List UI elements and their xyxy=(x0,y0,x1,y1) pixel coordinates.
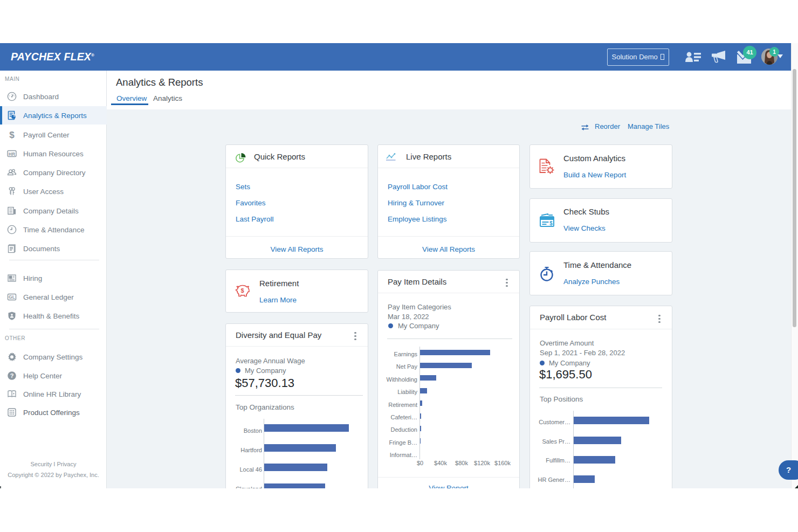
svg-text:?: ? xyxy=(10,372,14,379)
svg-text:$: $ xyxy=(240,287,244,294)
svg-text:HR: HR xyxy=(9,151,15,157)
svg-text:$: $ xyxy=(549,220,553,226)
svg-text:$: $ xyxy=(9,130,15,140)
svg-text:GL: GL xyxy=(9,294,15,300)
